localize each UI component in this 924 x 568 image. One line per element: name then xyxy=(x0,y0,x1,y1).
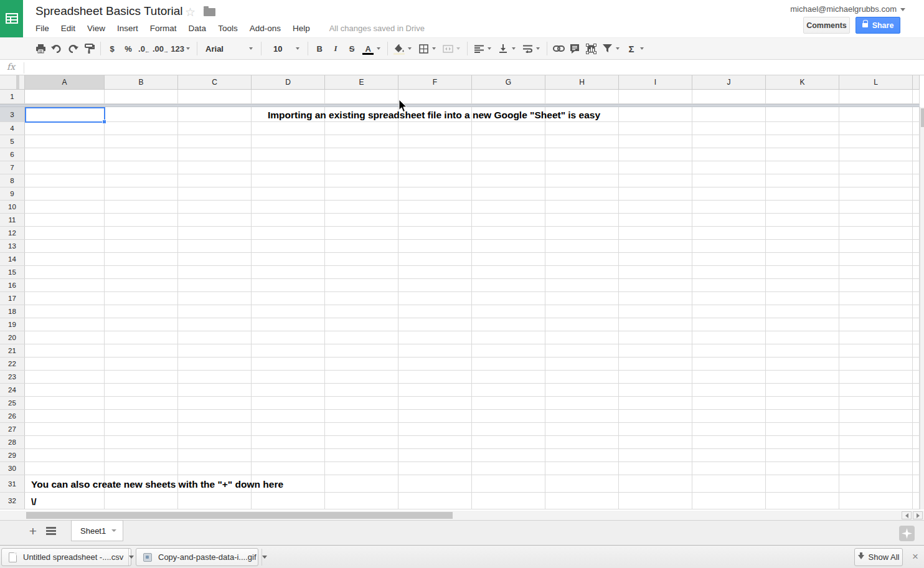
cell-D8[interactable] xyxy=(252,174,325,187)
cell-L12[interactable] xyxy=(839,227,913,239)
cell-G5[interactable] xyxy=(472,135,545,148)
cell-E4[interactable] xyxy=(325,122,398,135)
cell-H31[interactable] xyxy=(545,475,619,492)
cell-A23[interactable] xyxy=(25,371,105,383)
redo-button[interactable] xyxy=(65,41,81,56)
cell-H12[interactable] xyxy=(545,227,619,239)
cell-A19[interactable] xyxy=(25,318,105,331)
cell-C19[interactable] xyxy=(178,318,252,331)
cell-C1[interactable] xyxy=(178,90,252,103)
cell-L3[interactable] xyxy=(839,107,913,121)
document-title[interactable]: Spreadsheet Basics Tutorial xyxy=(35,4,183,18)
cell-D17[interactable] xyxy=(252,292,325,305)
cell-F8[interactable] xyxy=(398,174,472,187)
cell-L29[interactable] xyxy=(839,449,913,462)
cell-J23[interactable] xyxy=(692,371,766,383)
cell-L32[interactable] xyxy=(839,493,913,509)
cell-C22[interactable] xyxy=(178,357,252,370)
cell-B11[interactable] xyxy=(105,214,178,226)
cell-C9[interactable] xyxy=(178,187,252,200)
row-header-28[interactable]: 28 xyxy=(0,436,25,448)
cell-L21[interactable] xyxy=(839,344,913,357)
cell-D32[interactable] xyxy=(252,493,325,509)
cell-E25[interactable] xyxy=(325,397,398,409)
cell-F22[interactable] xyxy=(398,357,472,370)
cell-D7[interactable] xyxy=(252,161,325,174)
cell-B28[interactable] xyxy=(105,436,178,448)
cell-F6[interactable] xyxy=(398,148,472,161)
cell-J18[interactable] xyxy=(692,305,766,318)
cell-L11[interactable] xyxy=(839,214,913,226)
row-header-10[interactable]: 10 xyxy=(0,201,25,213)
column-header-A[interactable]: A xyxy=(25,75,105,90)
cell-E9[interactable] xyxy=(325,187,398,200)
menu-view[interactable]: View xyxy=(87,24,105,33)
cell-C16[interactable] xyxy=(178,279,252,291)
cell-B23[interactable] xyxy=(105,371,178,383)
text-color-button[interactable]: A xyxy=(360,41,376,56)
cell-G19[interactable] xyxy=(472,318,545,331)
cell-F4[interactable] xyxy=(398,122,472,135)
cell-I24[interactable] xyxy=(619,384,692,396)
cell-K22[interactable] xyxy=(766,357,839,370)
insert-comment-button[interactable] xyxy=(567,41,583,56)
cell-A20[interactable] xyxy=(25,331,105,344)
cell-H27[interactable] xyxy=(545,423,619,435)
cell-G9[interactable] xyxy=(472,187,545,200)
cell-A13[interactable] xyxy=(25,240,105,252)
cell-L28[interactable] xyxy=(839,436,913,448)
cell-G10[interactable] xyxy=(472,201,545,213)
cell-J27[interactable] xyxy=(692,423,766,435)
cell-A5[interactable] xyxy=(25,135,105,148)
cell-K29[interactable] xyxy=(766,449,839,462)
cell-K10[interactable] xyxy=(766,201,839,213)
cell-J31[interactable] xyxy=(692,475,766,492)
cell-I29[interactable] xyxy=(619,449,692,462)
cell-J1[interactable] xyxy=(692,90,766,103)
cell-A15[interactable] xyxy=(25,266,105,278)
cell-A12[interactable] xyxy=(25,227,105,239)
cell-H22[interactable] xyxy=(545,357,619,370)
cell-D28[interactable] xyxy=(252,436,325,448)
cell-H10[interactable] xyxy=(545,201,619,213)
cell-E20[interactable] xyxy=(325,331,398,344)
vertical-scrollbar-thumb[interactable] xyxy=(921,108,924,127)
formula-bar[interactable]: fx xyxy=(0,60,924,75)
cell-G25[interactable] xyxy=(472,397,545,409)
cell-F15[interactable] xyxy=(398,266,472,278)
cell-A26[interactable] xyxy=(25,410,105,422)
cell-C11[interactable] xyxy=(178,214,252,226)
account-email[interactable]: michael@michaelgrubbs.com xyxy=(790,4,905,14)
cell-L14[interactable] xyxy=(839,253,913,265)
cell-C29[interactable] xyxy=(178,449,252,462)
cell-G28[interactable] xyxy=(472,436,545,448)
cell-A24[interactable] xyxy=(25,384,105,396)
row-header-24[interactable]: 24 xyxy=(0,384,25,396)
cell-C14[interactable] xyxy=(178,253,252,265)
cell-I32[interactable] xyxy=(619,493,692,509)
column-header-G[interactable]: G xyxy=(472,75,545,90)
fill-handle[interactable] xyxy=(102,120,106,124)
tab-sheet1[interactable]: Sheet1 xyxy=(71,520,123,541)
download-item-main[interactable]: Untitled spreadsheet -....csv xyxy=(2,552,128,562)
cell-B12[interactable] xyxy=(105,227,178,239)
functions-button[interactable]: Σ xyxy=(623,41,639,56)
cell-I30[interactable] xyxy=(619,462,692,475)
cell-A9[interactable] xyxy=(25,187,105,200)
cell-C18[interactable] xyxy=(178,305,252,318)
cell-C26[interactable] xyxy=(178,410,252,422)
cell-J29[interactable] xyxy=(692,449,766,462)
cell-C10[interactable] xyxy=(178,201,252,213)
cell-G14[interactable] xyxy=(472,253,545,265)
cell-F18[interactable] xyxy=(398,305,472,318)
cell-G24[interactable] xyxy=(472,384,545,396)
cell-B5[interactable] xyxy=(105,135,178,148)
cell-G4[interactable] xyxy=(472,122,545,135)
cell-C4[interactable] xyxy=(178,122,252,135)
download-item-csv[interactable]: Untitled spreadsheet -....csv xyxy=(1,548,131,566)
bold-button[interactable]: B xyxy=(311,41,328,56)
cell-G12[interactable] xyxy=(472,227,545,239)
cell-B27[interactable] xyxy=(105,423,178,435)
cell-H6[interactable] xyxy=(545,148,619,161)
cell-G29[interactable] xyxy=(472,449,545,462)
